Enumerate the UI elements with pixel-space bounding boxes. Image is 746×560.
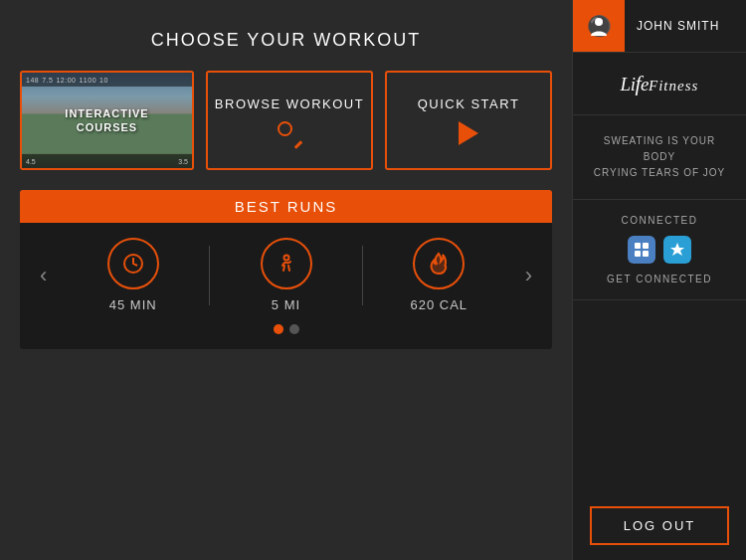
svg-rect-6 (643, 251, 649, 257)
sidebar-header: ⚫ JOHN SMITH (573, 0, 746, 53)
search-circle (278, 121, 292, 136)
interactive-courses-card[interactable]: 148 7.5 12:00 1100 10 4.5 3.5 INTERACTIV… (20, 71, 194, 170)
browse-workout-label: BROWSE WORKOUT (215, 96, 364, 111)
search-handle (294, 140, 302, 148)
course-card-bottombar: 4.5 3.5 (22, 154, 192, 168)
svg-point-2 (595, 18, 603, 26)
run-item-calories: 620 CAL (363, 238, 515, 312)
carousel-dot-2[interactable] (289, 324, 299, 334)
get-connected-label[interactable]: GET CONNECTED (607, 274, 712, 284)
course-overlay: INTERACTIVE COURSES (65, 106, 148, 135)
runs-items: 45 MIN 5 MI (57, 238, 514, 312)
best-runs-content: ‹ 45 MIN (20, 223, 552, 349)
play-icon (459, 121, 478, 145)
carousel-dot-1[interactable] (274, 324, 283, 334)
connected-app-1[interactable] (628, 236, 655, 264)
course-label: INTERACTIVE COURSES (65, 106, 148, 135)
logout-button[interactable]: LOG OUT (590, 506, 729, 545)
run-distance-label: 5 MI (272, 297, 300, 312)
user-icon-button[interactable]: ⚫ (573, 0, 625, 52)
user-name: JOHN SMITH (625, 19, 719, 33)
carousel-next-button[interactable]: › (515, 263, 542, 288)
main-content: CHOOSE YOUR WORKOUT 148 7.5 12:00 1100 1… (0, 0, 572, 560)
topbar-stat-1: 148 (26, 77, 39, 84)
route-icon (261, 238, 312, 289)
browse-workout-card[interactable]: BROWSE WORKOUT (206, 71, 373, 170)
brand-logo: LifeFitness (573, 53, 746, 115)
topbar-stat-4: 1100 (79, 77, 96, 84)
search-icon (278, 121, 301, 145)
svg-rect-4 (643, 243, 649, 249)
topbar-stat-2: 7.5 (42, 77, 53, 84)
svg-rect-3 (635, 243, 641, 249)
topbar-stat-5: 10 (99, 77, 108, 84)
course-card-topbar: 148 7.5 12:00 1100 10 (22, 73, 192, 87)
carousel-dots (30, 324, 542, 334)
topbar-stat-3: 12:00 (56, 77, 76, 84)
quick-start-card[interactable]: QUICK START (385, 71, 552, 170)
connected-apps (628, 236, 691, 264)
svg-rect-5 (635, 251, 641, 257)
logout-section: LOG OUT (573, 491, 746, 560)
run-time-label: 45 MIN (109, 297, 157, 312)
page-title: CHOOSE YOUR WORKOUT (151, 30, 422, 51)
run-item-time: 45 MIN (57, 238, 209, 312)
flame-icon (413, 238, 465, 289)
connected-label: CONNECTED (622, 215, 698, 226)
svg-point-1 (283, 256, 288, 261)
best-runs-header: BEST RUNS (20, 190, 552, 223)
runs-carousel: ‹ 45 MIN (30, 238, 542, 312)
best-runs-section: BEST RUNS ‹ 45 MIN (20, 190, 552, 349)
quick-start-label: QUICK START (418, 96, 520, 111)
run-item-distance: 5 MI (210, 238, 362, 312)
run-calories-label: 620 CAL (410, 297, 467, 312)
carousel-prev-button[interactable]: ‹ (30, 263, 57, 288)
connected-section: CONNECTED GET CONNECTED (573, 200, 746, 300)
clock-icon (107, 238, 159, 289)
connected-app-2[interactable] (663, 236, 691, 264)
workout-options: 148 7.5 12:00 1100 10 4.5 3.5 INTERACTIV… (20, 71, 552, 170)
motivational-text: SWEATING IS YOUR BODYCRYING TEARS OF JOY (573, 115, 746, 200)
lifefitness-logo-text: LifeFitness (621, 71, 699, 96)
sidebar: ⚫ JOHN SMITH LifeFitness SWEATING IS YOU… (572, 0, 746, 560)
course-stat-left: 4.5 (26, 158, 36, 165)
course-stat-right: 3.5 (178, 158, 188, 165)
